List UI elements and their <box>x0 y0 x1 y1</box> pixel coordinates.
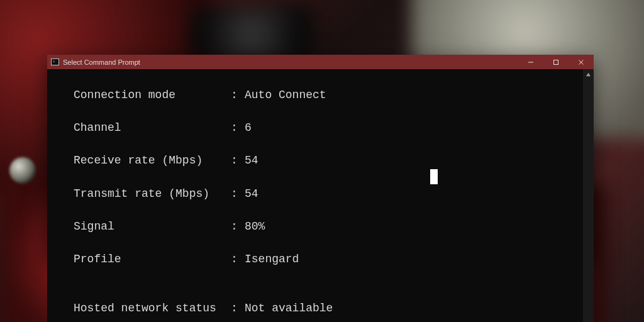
output-value: Not available <box>245 302 333 314</box>
command-prompt-window: > Select Command Prompt Connection mode:… <box>47 55 594 259</box>
close-button[interactable] <box>569 55 594 69</box>
output-label: Profile <box>74 251 231 267</box>
output-label: Channel <box>74 119 231 136</box>
scroll-up-icon[interactable] <box>583 69 594 80</box>
output-value: Auto Connect <box>245 89 326 101</box>
terminal-output[interactable]: Connection mode: Auto Connect Channel: 6… <box>47 69 583 322</box>
svg-text:>: > <box>53 59 55 64</box>
titlebar[interactable]: > Select Command Prompt <box>47 55 594 69</box>
terminal-client-area: Connection mode: Auto Connect Channel: 6… <box>47 69 594 322</box>
output-value: 54 <box>245 154 258 167</box>
maximize-button[interactable] <box>543 55 569 69</box>
output-label: Receive rate (Mbps) <box>74 152 231 169</box>
output-label: Signal <box>74 218 231 235</box>
minimize-button[interactable] <box>518 55 543 69</box>
output-value: Isengard <box>245 253 299 265</box>
cmd-icon: > <box>51 58 59 66</box>
output-value: 54 <box>245 187 258 200</box>
window-title: Select Command Prompt <box>63 58 140 66</box>
output-label: Hosted network status <box>74 300 231 316</box>
selection-caret <box>430 169 438 184</box>
svg-rect-3 <box>554 60 558 64</box>
output-value: 80% <box>245 220 265 233</box>
output-value: 6 <box>245 121 252 134</box>
output-label: Connection mode <box>74 87 231 103</box>
vertical-scrollbar[interactable] <box>583 69 594 322</box>
background-detail <box>9 157 36 184</box>
svg-marker-6 <box>586 73 591 76</box>
output-label: Transmit rate (Mbps) <box>74 186 231 202</box>
